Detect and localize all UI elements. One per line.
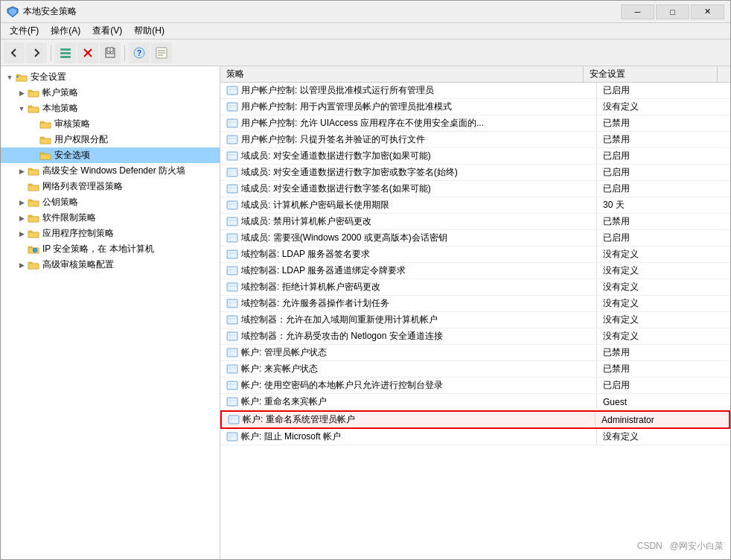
sidebar-item-network-list[interactable]: ▶ 网络列表管理器策略 [1, 179, 220, 194]
table-row[interactable]: 域控制器: LDAP 服务器通道绑定令牌要求没有定义 [220, 263, 730, 279]
expand-icon-firewall: ▶ [16, 165, 28, 177]
col-header-scroll [718, 66, 730, 82]
policy-icon [226, 118, 238, 130]
sidebar-item-user-rights[interactable]: ▶ 用户权限分配 [1, 132, 220, 147]
sidebar-item-local-policy[interactable]: ▼ 本地策略 [1, 101, 220, 116]
svg-rect-24 [28, 185, 39, 191]
menu-view[interactable]: 查看(V) [86, 23, 128, 39]
sidebar-label-security-settings: 安全设置 [31, 71, 66, 83]
view-button[interactable] [55, 42, 76, 63]
setting-cell: 没有定义 [596, 99, 730, 115]
table-row[interactable]: 域成员: 对安全通道数据进行数字签名(如果可能)已启用 [220, 181, 730, 197]
table-row[interactable]: 域成员: 需要强(Windows 2000 或更高版本)会话密钥已启用 [220, 230, 730, 246]
policy-cell: 用户帐户控制: 用于内置管理员帐户的管理员批准模式 [220, 99, 596, 115]
policy-text: 域成员: 禁用计算机帐户密码更改 [241, 215, 371, 228]
table-row[interactable]: 用户帐户控制: 以管理员批准模式运行所有管理员已启用 [220, 83, 730, 99]
menu-help[interactable]: 帮助(H) [128, 23, 170, 39]
folder-icon-adv [28, 259, 39, 271]
svg-rect-92 [228, 333, 237, 340]
setting-cell: 已禁用 [596, 361, 730, 377]
folder-icon-audit [39, 118, 51, 130]
svg-rect-44 [228, 136, 237, 143]
svg-rect-76 [228, 267, 237, 274]
table-row[interactable]: 域成员: 对安全通道数据进行数字加密(如果可能)已启用 [220, 148, 730, 165]
expand-icon-account: ▶ [16, 87, 28, 99]
folder-icon-firewall [28, 165, 39, 177]
table-row[interactable]: 帐户: 管理员帐户状态已禁用 [220, 345, 730, 361]
minimize-button[interactable]: ─ [621, 4, 654, 19]
svg-rect-25 [28, 201, 39, 206]
table-row[interactable]: 用户帐户控制: 用于内置管理员帐户的管理员批准模式没有定义 [220, 99, 730, 115]
sidebar-item-ip-security[interactable]: ▶ IP 安全策略，在 本地计算机 [1, 241, 220, 257]
setting-cell: 已禁用 [596, 345, 730, 360]
menu-action[interactable]: 操作(A) [45, 23, 86, 39]
sidebar-item-account-policy[interactable]: ▶ 帐户策略 [1, 85, 220, 101]
maximize-button[interactable]: □ [656, 4, 689, 19]
table-row[interactable]: 帐户: 重命名来宾帐户Guest [220, 394, 730, 410]
table-row[interactable]: 域控制器: LDAP 服务器签名要求没有定义 [220, 246, 730, 263]
policy-cell: 域控制器: 拒绝计算机帐户密码更改 [220, 279, 596, 295]
table-row[interactable]: 域成员: 计算机帐户密码最长使用期限30 天 [220, 197, 730, 214]
policy-text: 域控制器: LDAP 服务器通道绑定令牌要求 [241, 264, 406, 277]
col-header-setting[interactable]: 安全设置 [584, 66, 718, 82]
right-panel: 策略 安全设置 用户帐户控制: 以管理员批准模式运行所有管理员已启用 用户帐户控… [220, 66, 730, 559]
folder-icon-app [28, 228, 39, 240]
table-row[interactable]: 帐户: 重命名系统管理员帐户Administrator [220, 410, 730, 429]
sidebar-item-software-restrict[interactable]: ▶ 软件限制策略 [1, 210, 220, 226]
forward-icon [31, 47, 42, 59]
svg-rect-100 [228, 366, 237, 372]
expand-icon-adv: ▶ [16, 259, 28, 271]
sidebar-item-advanced-audit[interactable]: ▶ 高级审核策略配置 [1, 257, 220, 273]
sidebar-item-public-key[interactable]: ▶ 公钥策略 [1, 194, 220, 210]
svg-rect-60 [228, 202, 237, 209]
table-row[interactable]: 用户帐户控制: 允许 UIAccess 应用程序在不使用安全桌面的...已禁用 [220, 115, 730, 132]
sidebar-label-public-key: 公钥策略 [42, 196, 78, 209]
export-icon [104, 47, 116, 59]
sidebar-item-app-control[interactable]: ▶ 应用程序控制策略 [1, 226, 220, 241]
table-row[interactable]: 域成员: 禁用计算机帐户密码更改已禁用 [220, 214, 730, 230]
policy-icon [226, 298, 238, 310]
table-row[interactable]: 域成员: 对安全通道数据进行数字加密或数字签名(始终)已启用 [220, 165, 730, 181]
help-button[interactable]: ? [129, 42, 150, 63]
policy-text: 用户帐户控制: 用于内置管理员帐户的管理员批准模式 [241, 101, 452, 113]
policy-text: 域成员: 需要强(Windows 2000 或更高版本)会话密钥 [241, 232, 447, 244]
policy-icon [226, 249, 238, 261]
table-row[interactable]: 域控制器：允许在加入域期间重新使用计算机帐户没有定义 [220, 312, 730, 328]
policy-cell: 域控制器: LDAP 服务器通道绑定令牌要求 [220, 263, 596, 279]
table-row[interactable]: 域控制器：允许易受攻击的 Netlogon 安全通道连接没有定义 [220, 328, 730, 345]
sidebar-item-security-settings[interactable]: ▼ 安全设置 [1, 69, 220, 85]
table-row[interactable]: 域控制器: 允许服务器操作者计划任务没有定义 [220, 296, 730, 312]
svg-rect-30 [28, 264, 39, 269]
policy-icon [226, 396, 238, 408]
svg-rect-19 [28, 107, 39, 112]
policy-text: 域控制器：允许在加入域期间重新使用计算机帐户 [241, 314, 438, 326]
svg-rect-116 [228, 433, 237, 440]
view-icon [60, 47, 71, 59]
setting-cell: 已启用 [596, 148, 730, 164]
policy-icon [226, 431, 238, 443]
policy-icon [226, 85, 238, 97]
sidebar-item-audit-policy[interactable]: ▶ 审核策略 [1, 116, 220, 132]
sidebar-item-security-options[interactable]: ▶ 安全选项 [1, 147, 220, 163]
col-header-policy[interactable]: 策略 [220, 66, 584, 82]
properties-button[interactable] [151, 42, 172, 63]
table-row[interactable]: 域控制器: 拒绝计算机帐户密码更改没有定义 [220, 279, 730, 296]
sidebar-label-windows-firewall: 高级安全 Windows Defender 防火墙 [42, 165, 185, 177]
menu-file[interactable]: 文件(F) [4, 23, 45, 39]
table-body[interactable]: 用户帐户控制: 以管理员批准模式运行所有管理员已启用 用户帐户控制: 用于内置管… [220, 83, 730, 559]
policy-icon [226, 101, 238, 113]
sidebar-item-windows-firewall[interactable]: ▶ 高级安全 Windows Defender 防火墙 [1, 163, 220, 179]
table-row[interactable]: 帐户: 来宾帐户状态已禁用 [220, 361, 730, 378]
sidebar-label-advanced-audit: 高级审核策略配置 [42, 258, 114, 271]
svg-rect-112 [229, 416, 238, 423]
delete-button[interactable] [77, 42, 98, 63]
back-button[interactable] [4, 42, 25, 63]
close-button[interactable]: ✕ [691, 4, 724, 19]
export-button[interactable] [100, 42, 121, 63]
setting-cell: 没有定义 [596, 296, 730, 311]
table-row[interactable]: 帐户: 阻止 Microsoft 帐户没有定义 [220, 429, 730, 445]
setting-cell: 已启用 [596, 230, 730, 246]
table-row[interactable]: 用户帐户控制: 只提升签名并验证的可执行文件已禁用 [220, 132, 730, 148]
forward-button[interactable] [26, 42, 47, 63]
table-row[interactable]: 帐户: 使用空密码的本地帐户只允许进行控制台登录已启用 [220, 378, 730, 394]
